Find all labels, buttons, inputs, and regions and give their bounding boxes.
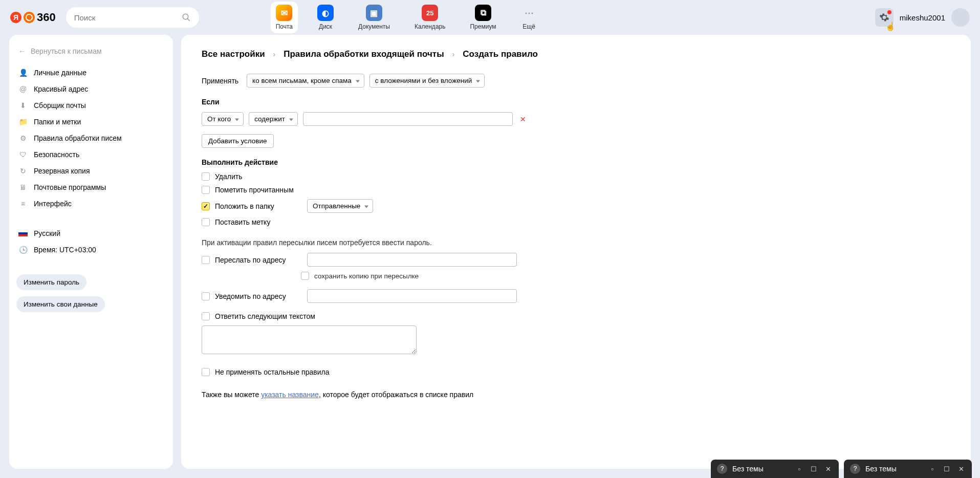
reply-label[interactable]: Ответить следующим текстом [215, 312, 315, 320]
close-button[interactable]: ✕ [823, 464, 833, 473]
header-right: ☝ mikeshu2001 [875, 8, 970, 27]
sidebar-item-address[interactable]: @Красивый адрес [14, 81, 168, 97]
more-icon: ⋯ [521, 5, 537, 21]
add-condition-row: Добавить условие [202, 134, 950, 148]
minimize-button[interactable]: ▫ [928, 464, 937, 473]
target-folder-select[interactable]: Отправленные [307, 199, 373, 213]
question-icon: ? [850, 464, 860, 474]
condition-value-input[interactable] [303, 112, 513, 126]
gear-icon [879, 12, 889, 23]
app-premium[interactable]: ⧉ Премиум [465, 2, 501, 33]
notify-checkbox[interactable] [202, 292, 210, 300]
app-mail[interactable]: ✉ Почта [271, 2, 298, 33]
app-label: Ещё [522, 23, 535, 30]
maximize-button[interactable]: ☐ [942, 464, 951, 473]
hint-suffix: , которое будет отображаться в списке пр… [319, 390, 473, 399]
forward-address-input[interactable] [307, 253, 517, 267]
mark-read-label[interactable]: Пометить прочитанным [215, 186, 294, 194]
sidebar-item-interface[interactable]: ≡Интерфейс [14, 195, 168, 212]
action-read-row: Пометить прочитанным [202, 186, 950, 194]
app-calendar[interactable]: 25 Календарь [409, 2, 451, 33]
condition-field-select[interactable]: От кого [202, 112, 244, 126]
sidebar-item-label: Папки и метки [34, 118, 81, 126]
add-condition-button[interactable]: Добавить условие [202, 134, 274, 148]
sidebar-item-label: Русский [34, 229, 60, 237]
sidebar-item-label: Резервная копия [34, 167, 90, 175]
name-hint: Также вы можете указать название, которо… [202, 390, 950, 399]
sidebar-item-collector[interactable]: ⬇Сборщик почты [14, 97, 168, 114]
remove-condition-button[interactable]: ✕ [520, 115, 526, 123]
breadcrumb-all[interactable]: Все настройки [202, 49, 265, 59]
apply-attach-select[interactable]: с вложениями и без вложений [369, 74, 485, 88]
apply-row: Применять ко всем письмам, кроме спама с… [202, 74, 950, 88]
save-copy-label[interactable]: сохранить копию при пересылке [314, 272, 419, 280]
mark-read-checkbox[interactable] [202, 186, 210, 194]
set-label-checkbox[interactable] [202, 218, 210, 226]
delete-label[interactable]: Удалить [215, 172, 242, 181]
sidebar-item-backup[interactable]: ↻Резервная копия [14, 163, 168, 179]
mail-icon: ✉ [276, 5, 292, 21]
sidebar-item-label: Время: UTC+03:00 [34, 246, 96, 254]
reply-checkbox[interactable] [202, 312, 210, 320]
action-delete-row: Удалить [202, 172, 950, 181]
sidebar-item-label: Сборщик почты [34, 101, 86, 110]
move-folder-checkbox[interactable] [202, 202, 210, 210]
notify-address-input[interactable] [307, 289, 517, 303]
apply-scope-select[interactable]: ко всем письмам, кроме спама [247, 74, 364, 88]
app-more[interactable]: ⋯ Ещё [516, 2, 542, 33]
sidebar-item-rules[interactable]: ⚙Правила обработки писем [14, 130, 168, 146]
maximize-button[interactable]: ☐ [809, 464, 818, 473]
reply-text-input[interactable] [202, 325, 417, 354]
sidebar-item-timezone[interactable]: 🕒Время: UTC+03:00 [14, 242, 168, 258]
change-data-button[interactable]: Изменить свои данные [16, 296, 105, 312]
action-notify-row: Уведомить по адресу [202, 289, 950, 303]
logo-text: 360 [37, 11, 56, 24]
breadcrumb-rules[interactable]: Правила обработки входящей почты [284, 49, 444, 59]
monitor-icon: 🖥 [18, 183, 28, 192]
calendar-icon: 25 [422, 5, 438, 21]
save-copy-checkbox[interactable] [301, 272, 309, 280]
sidebar-item-profile[interactable]: 👤Личные данные [14, 64, 168, 81]
disk-icon: ◐ [317, 5, 334, 21]
skip-rules-row: Не применять остальные правила [202, 368, 950, 376]
folder-icon: 📁 [18, 117, 28, 126]
condition-op-select[interactable]: содержит [249, 112, 298, 126]
sidebar-item-language[interactable]: Русский [14, 225, 168, 242]
logo[interactable]: Я 360 [10, 11, 56, 24]
sidebar-item-clients[interactable]: 🖥Почтовые программы [14, 179, 168, 195]
username[interactable]: mikeshu2001 [900, 13, 945, 22]
set-name-link[interactable]: указать название [261, 390, 319, 399]
skip-rules-label[interactable]: Не применять остальные правила [215, 368, 329, 376]
close-button[interactable]: ✕ [956, 464, 966, 473]
back-to-mail-link[interactable]: ← Вернуться к письмам [14, 44, 168, 58]
app-label: Премиум [470, 23, 496, 30]
delete-checkbox[interactable] [202, 172, 210, 181]
compose-window-1[interactable]: ? Без темы ▫ ☐ ✕ [711, 460, 839, 478]
chevron-right-icon: › [452, 50, 455, 58]
chevron-right-icon: › [273, 50, 276, 58]
search-input[interactable] [74, 13, 182, 22]
back-label: Вернуться к письмам [31, 47, 102, 55]
move-folder-label[interactable]: Положить в папку [215, 202, 302, 210]
apply-label: Применять [202, 77, 238, 85]
person-icon: 👤 [18, 68, 28, 77]
condition-row: От кого содержит ✕ [202, 112, 950, 126]
at-icon: @ [18, 84, 28, 94]
skip-rules-checkbox[interactable] [202, 368, 210, 376]
search-box[interactable] [66, 7, 199, 28]
app-docs[interactable]: ▣ Документы [353, 2, 395, 33]
breadcrumb-create: Создать правило [463, 49, 538, 59]
sidebar-item-folders[interactable]: 📁Папки и метки [14, 114, 168, 130]
app-disk[interactable]: ◐ Диск [312, 2, 339, 33]
change-password-button[interactable]: Изменить пароль [16, 274, 86, 290]
forward-label[interactable]: Переслать по адресу [215, 256, 302, 264]
sidebar-item-security[interactable]: 🛡Безопасность [14, 146, 168, 163]
set-label-label[interactable]: Поставить метку [215, 218, 270, 226]
avatar[interactable] [951, 8, 970, 27]
forward-checkbox[interactable] [202, 256, 210, 264]
notify-label[interactable]: Уведомить по адресу [215, 292, 302, 300]
compose-window-2[interactable]: ? Без темы ▫ ☐ ✕ [844, 460, 972, 478]
minimize-button[interactable]: ▫ [795, 464, 804, 473]
sliders-icon: ≡ [18, 199, 28, 208]
settings-button[interactable]: ☝ [875, 8, 894, 27]
